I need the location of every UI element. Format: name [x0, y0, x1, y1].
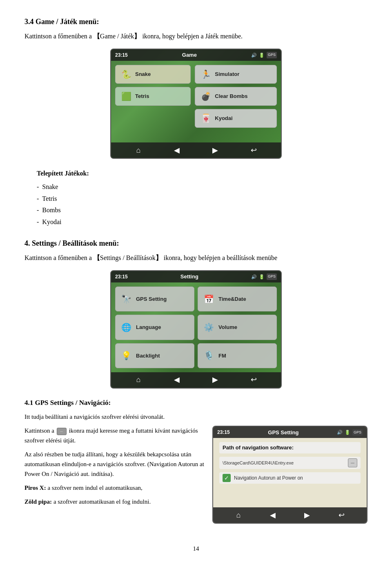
battery-icon: 🔋 — [259, 273, 265, 280]
home-btn[interactable]: ⌂ — [132, 144, 145, 156]
return-btn-g[interactable]: ↩ — [335, 509, 347, 521]
gps-setting-icon: 🔭 — [120, 293, 133, 306]
section-34-desc: Kattintson a főmenüben a 【Game / Játék】 … — [24, 31, 368, 41]
battery-icon: 🔋 — [259, 52, 265, 59]
gps-topbar: 23:15 GPS Setting 🔊 🔋 GPS — [213, 427, 367, 438]
settings-menu-screenshot: 23:15 Setting 🔊 🔋 GPS 🔭 GPS Setting 📅 Ti… — [110, 270, 282, 389]
forward-btn-g[interactable]: ▶ — [301, 509, 313, 521]
gps-settings-screenshot: 23:15 GPS Setting 🔊 🔋 GPS Path of naviga… — [212, 426, 368, 524]
back-btn-s[interactable]: ◀ — [171, 374, 183, 386]
settings-btn-volume[interactable]: ⚙️ Volume — [198, 315, 277, 340]
settings-content: 🔭 GPS Setting 📅 Time&Date 🌐 Language ⚙️ … — [111, 282, 281, 372]
gps-check-icon[interactable]: ✓ — [223, 474, 231, 482]
section-4-title: 4. Settings / Beállítások menü: — [24, 238, 368, 249]
forward-btn[interactable]: ▶ — [209, 144, 221, 156]
volume-icon: 🔊 — [251, 52, 257, 59]
game-topbar-title: Game — [182, 51, 197, 59]
kyodai-icon: 🀄 — [200, 113, 212, 124]
game-topbar: 23:15 Game 🔊 🔋 GPS — [111, 49, 281, 61]
timedate-label: Time&Date — [218, 295, 246, 303]
back-btn[interactable]: ◀ — [171, 144, 183, 156]
game-bottombar: ⌂ ◀ ▶ ↩ — [111, 142, 281, 158]
home-btn-g[interactable]: ⌂ — [232, 509, 245, 521]
installed-games-list: Telepített Játékok: - Snake - Tetris - B… — [37, 168, 368, 228]
gps-status-icon: GPS — [267, 273, 277, 280]
game-menu-screenshot: 23:15 Game 🔊 🔋 GPS 🐍 Snake 🟩 Tetris — [110, 49, 282, 159]
piros-x-bold: Piros X: — [24, 484, 46, 491]
settings-topbar-time: 23:15 — [115, 273, 128, 280]
gps-path-row: \StorageCard\GUIDER4U\Entry.exe ··· — [219, 457, 361, 469]
gps-path-value: \StorageCard\GUIDER4U\Entry.exe — [223, 460, 345, 467]
gps-browse-button[interactable]: ··· — [348, 458, 357, 468]
clearbombs-label: Clear Bombs — [215, 92, 247, 100]
settings-btn-timedate[interactable]: 📅 Time&Date — [198, 287, 277, 311]
fm-icon: 🎙️ — [202, 349, 215, 362]
volume-label: Volume — [218, 323, 237, 331]
kyodai-label: Kyodai — [215, 114, 232, 122]
section-34-title: 3.4 Game / Játék menü: — [24, 16, 368, 27]
language-icon: 🌐 — [120, 321, 133, 334]
back-btn-g[interactable]: ◀ — [267, 509, 279, 521]
settings-btn-language[interactable]: 🌐 Language — [115, 315, 194, 340]
gps-topbar-time: 23:15 — [217, 429, 230, 436]
section-41-title: 4.1 GPS Settings / Navigáció: — [24, 398, 368, 408]
gps-autorun-row: ✓ Navigation Autorun at Power on — [219, 472, 361, 484]
snake-icon: 🐍 — [120, 69, 132, 80]
battery-icon-gps: 🔋 — [345, 429, 350, 436]
section-34: 3.4 Game / Játék menü: Kattintson a főme… — [24, 16, 368, 228]
clearbombs-icon: 💣 — [200, 91, 212, 102]
section-41: 4.1 GPS Settings / Navigáció: Itt tudja … — [24, 398, 368, 528]
simulator-label: Simulator — [215, 70, 239, 78]
volume-icon-gps: 🔊 — [337, 429, 343, 436]
snake-label: Snake — [135, 70, 151, 78]
backlight-icon: 💡 — [120, 349, 133, 362]
fm-label: FM — [218, 352, 226, 360]
game-name-snake: Snake — [42, 181, 58, 193]
return-btn[interactable]: ↩ — [247, 144, 260, 156]
home-btn-s[interactable]: ⌂ — [132, 374, 145, 386]
game-btn-simulator[interactable]: 🏃 Simulator — [195, 65, 277, 84]
tetris-icon: 🟩 — [120, 91, 132, 102]
page-number: 14 — [24, 544, 368, 553]
volume-setting-icon: ⚙️ — [202, 321, 215, 334]
browse-inline-icon: ··· — [57, 428, 67, 435]
return-btn-s[interactable]: ↩ — [247, 374, 260, 386]
section-4-desc: Kattintson a főmenüben a 【Settings / Beá… — [24, 253, 368, 263]
gps-setting-label: GPS Setting — [136, 295, 167, 303]
simulator-icon: 🏃 — [200, 69, 212, 80]
settings-topbar-title: Setting — [180, 273, 198, 281]
game-btn-snake[interactable]: 🐍 Snake — [115, 65, 191, 84]
game-topbar-time: 23:15 — [115, 51, 128, 59]
game-btn-clearbombs[interactable]: 💣 Clear Bombs — [195, 87, 277, 106]
backlight-label: Backlight — [136, 352, 160, 360]
section-41-content: 23:15 GPS Setting 🔊 🔋 GPS Path of naviga… — [24, 426, 368, 528]
section-41-para1: Itt tudja beállítani a navigációs szoftv… — [24, 412, 368, 422]
gps-content: Path of navigation software: \StorageCar… — [213, 438, 367, 507]
gps-status-icon-gps: GPS — [352, 429, 363, 436]
game-topbar-icons: 🔊 🔋 GPS — [251, 52, 277, 59]
game-btn-tetris[interactable]: 🟩 Tetris — [115, 87, 191, 106]
gps-topbar-icons: 🔊 🔋 GPS — [337, 429, 363, 436]
settings-btn-fm[interactable]: 🎙️ FM — [198, 343, 277, 368]
settings-btn-backlight[interactable]: 💡 Backlight — [115, 343, 194, 368]
installed-label: Telepített Játékok: — [37, 168, 368, 180]
section-4: 4. Settings / Beállítások menü: Kattints… — [24, 238, 368, 389]
gps-topbar-title: GPS Setting — [268, 429, 298, 437]
settings-btn-gps[interactable]: 🔭 GPS Setting — [115, 287, 194, 311]
gps-autorun-label: Navigation Autorun at Power on — [234, 474, 303, 482]
game-name-kyodai: Kyodai — [42, 216, 61, 228]
list-item: - Tetris — [37, 193, 368, 205]
gps-icon: GPS — [267, 52, 277, 58]
list-item: - Kyodai — [37, 216, 368, 228]
forward-btn-s[interactable]: ▶ — [209, 374, 221, 386]
game-right-col: 🏃 Simulator 💣 Clear Bombs 🀄 Kyodai — [195, 65, 277, 138]
gps-path-label: Path of navigation software: — [219, 442, 361, 453]
timedate-icon: 📅 — [202, 293, 215, 306]
game-name-bombs: Bombs — [42, 204, 60, 216]
game-btn-kyodai[interactable]: 🀄 Kyodai — [195, 109, 277, 128]
game-name-tetris: Tetris — [42, 193, 57, 205]
settings-topbar: 23:15 Setting 🔊 🔋 GPS — [111, 271, 281, 282]
list-item: - Snake — [37, 181, 368, 193]
gps-bottombar: ⌂ ◀ ▶ ↩ — [213, 507, 367, 523]
zold-pipa-bold: Zöld pipa: — [24, 498, 52, 505]
